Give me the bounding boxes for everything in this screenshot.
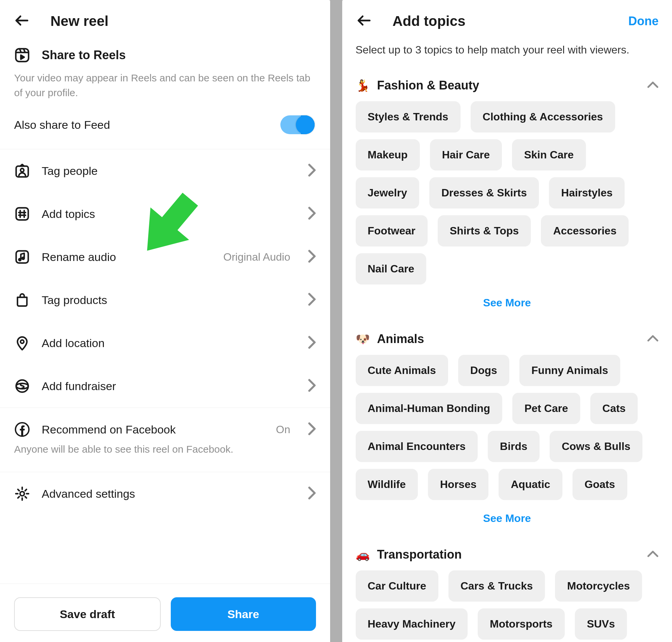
svg-point-2 (21, 168, 24, 172)
add-location-label: Add location (42, 337, 105, 350)
location-icon (14, 335, 30, 351)
category-header[interactable]: 💃Fashion & Beauty (356, 69, 659, 101)
topic-chip[interactable]: Pet Care (512, 393, 580, 424)
share-to-reels-section: Share to Reels Your video may appear in … (0, 37, 330, 149)
categories-list: 💃Fashion & BeautyStyles & TrendsClothing… (342, 69, 672, 642)
back-arrow-icon[interactable] (356, 12, 373, 30)
reel-options-list: Tag people Add topics Rename audio Origi… (0, 149, 330, 515)
topic-chip[interactable]: Cats (590, 393, 638, 424)
chevron-right-icon (308, 486, 316, 501)
chevron-right-icon (308, 379, 316, 394)
share-button[interactable]: Share (171, 597, 316, 631)
rename-audio-row[interactable]: Rename audio Original Audio (0, 235, 330, 279)
tag-products-label: Tag products (42, 294, 107, 307)
topic-chip[interactable]: SUVs (575, 608, 627, 640)
topic-chips: Car CultureCars & TrucksMotorcyclesHeavy… (356, 570, 659, 640)
also-share-feed-toggle[interactable] (280, 115, 315, 134)
topic-chips: Cute AnimalsDogsFunny AnimalsAnimal-Huma… (356, 355, 659, 500)
add-location-row[interactable]: Add location (0, 321, 330, 364)
page-title: New reel (50, 13, 108, 29)
svg-point-7 (21, 340, 24, 343)
category-emoji-icon: 💃 (356, 79, 370, 92)
chevron-up-icon (647, 335, 659, 343)
add-topics-label: Add topics (42, 207, 95, 221)
topic-chip[interactable]: Car Culture (356, 570, 438, 602)
topic-chip[interactable]: Skin Care (512, 139, 586, 170)
topic-chip[interactable]: Heavy Machinery (356, 608, 468, 640)
topic-chip[interactable]: Aquatic (499, 469, 562, 500)
topic-chip[interactable]: Motorsports (478, 608, 565, 640)
chevron-right-icon (308, 422, 316, 437)
rename-audio-icon (14, 249, 30, 265)
tag-people-label: Tag people (42, 165, 98, 178)
category-section: 🐶AnimalsCute AnimalsDogsFunny AnimalsAni… (342, 323, 672, 539)
category-header[interactable]: 🚗Transportation (356, 539, 659, 570)
category-emoji-icon: 🚗 (356, 548, 370, 561)
rename-audio-value: Original Audio (223, 251, 290, 263)
save-draft-button[interactable]: Save draft (14, 597, 161, 631)
topic-chip[interactable]: Goats (572, 469, 627, 500)
tag-people-icon (14, 163, 30, 179)
category-emoji-icon: 🐶 (356, 332, 370, 346)
chevron-right-icon (308, 249, 316, 264)
topic-chip[interactable]: Motorcycles (555, 570, 642, 602)
topic-chip[interactable]: Cows & Bulls (550, 431, 643, 462)
topic-chip[interactable]: Styles & Trends (356, 101, 461, 132)
also-share-feed-row: Also share to Feed (14, 115, 316, 149)
add-topics-screen: Add topics Done Select up to 3 topics to… (342, 0, 672, 642)
topic-chip[interactable]: Dresses & Skirts (429, 177, 539, 208)
topic-chip[interactable]: Birds (488, 431, 540, 462)
topic-chip[interactable]: Funny Animals (519, 355, 620, 386)
topic-chip[interactable]: Hairstyles (549, 177, 624, 208)
category-header[interactable]: 🐶Animals (356, 323, 659, 355)
new-reel-screen: New reel Share to Reels Your video may a… (0, 0, 330, 642)
recommend-facebook-row[interactable]: Recommend on Facebook On (0, 408, 330, 451)
topic-chip[interactable]: Wildlife (356, 469, 418, 500)
topic-chip[interactable]: Clothing & Accessories (470, 101, 615, 132)
advanced-settings-row[interactable]: Advanced settings (0, 472, 330, 515)
topic-chip[interactable]: Cars & Trucks (449, 570, 545, 602)
svg-point-11 (20, 492, 25, 496)
category-section: 🚗TransportationCar CultureCars & TrucksM… (342, 539, 672, 642)
topic-chip[interactable]: Makeup (356, 139, 420, 170)
add-fundraiser-label: Add fundraiser (42, 380, 116, 393)
add-topics-icon (14, 206, 30, 222)
done-button[interactable]: Done (628, 14, 659, 28)
topic-chip[interactable]: Footwear (356, 215, 428, 246)
back-arrow-icon[interactable] (13, 12, 30, 30)
header-add-topics: Add topics Done (342, 0, 672, 37)
header-new-reel: New reel (0, 0, 330, 37)
see-more-link[interactable]: See More (356, 500, 659, 531)
category-name: Animals (377, 332, 424, 346)
see-more-link[interactable]: See More (356, 284, 659, 315)
topic-chips: Styles & TrendsClothing & AccessoriesMak… (356, 101, 659, 284)
topic-chip[interactable]: Animal-Human Bonding (356, 393, 502, 424)
topic-chip[interactable]: Accessories (541, 215, 629, 246)
topic-chip[interactable]: Cute Animals (356, 355, 448, 386)
category-section: 💃Fashion & BeautyStyles & TrendsClothing… (342, 69, 672, 323)
reels-icon (14, 47, 30, 63)
tag-products-row[interactable]: Tag products (0, 279, 330, 321)
recommend-facebook-value: On (276, 423, 290, 436)
fundraiser-icon (14, 378, 30, 394)
topic-chip[interactable]: Jewelry (356, 177, 419, 208)
facebook-icon (14, 421, 30, 438)
chevron-up-icon (647, 550, 659, 559)
topic-chip[interactable]: Nail Care (356, 253, 427, 284)
also-share-feed-label: Also share to Feed (14, 118, 110, 131)
gear-icon (14, 486, 30, 502)
rename-audio-label: Rename audio (42, 251, 116, 264)
add-topics-row[interactable]: Add topics (0, 192, 330, 235)
footer-actions: Save draft Share (0, 583, 330, 642)
tag-people-row[interactable]: Tag people (0, 149, 330, 192)
share-to-reels-label: Share to Reels (42, 48, 126, 62)
chevron-right-icon (308, 206, 316, 221)
topic-chip[interactable]: Shirts & Tops (438, 215, 531, 246)
add-fundraiser-row[interactable]: Add fundraiser (0, 364, 330, 408)
topic-chip[interactable]: Animal Encounters (356, 431, 478, 462)
topic-chip[interactable]: Hair Care (430, 139, 502, 170)
topic-chip[interactable]: Horses (428, 469, 489, 500)
topic-chip[interactable]: Dogs (458, 355, 509, 386)
svg-point-6 (22, 257, 24, 259)
category-name: Transportation (377, 548, 462, 562)
